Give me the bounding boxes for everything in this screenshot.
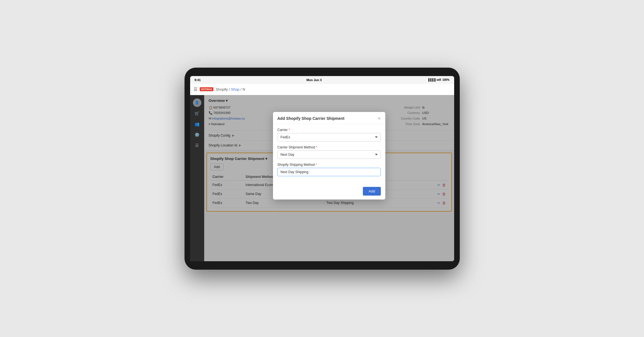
avatar[interactable]: 👤: [193, 98, 201, 107]
sidebar-icon-list[interactable]: ☰: [193, 141, 201, 150]
shipment-method-form-group: Carrier Shipment Method * Next Day Same …: [277, 145, 381, 159]
modal-overlay: Add Shopify Shop Carrier Shipment × Carr…: [204, 95, 454, 261]
shipment-method-required: *: [316, 145, 317, 149]
modal-close-button[interactable]: ×: [378, 116, 381, 121]
status-icons: ▐▐▐▐ wifi 100%: [427, 78, 450, 81]
modal-footer: Add: [273, 184, 385, 200]
modal-title: Add Shopify Shop Carrier Shipment: [277, 116, 345, 121]
tablet-shell: 9:41 Mon Jun 3 ▐▐▐▐ wifi 100% ☰ HOTWAX S…: [185, 68, 460, 270]
sidebar: 👤 🛒 👥 ⚙️ ☰: [190, 95, 204, 261]
hamburger-icon[interactable]: ☰: [194, 87, 197, 92]
shipment-method-label: Carrier Shipment Method *: [277, 145, 381, 149]
signal-icon: ▐▐▐▐: [427, 78, 435, 81]
shopify-shipping-form-group: Shopify Shipping Method *: [277, 163, 381, 176]
carrier-required: *: [289, 128, 290, 132]
carrier-form-group: Carrier * FedEx UPS USPS DHL: [277, 128, 381, 141]
modal-add-button[interactable]: Add: [363, 187, 381, 196]
wifi-icon: wifi: [436, 78, 441, 81]
app-navbar: ☰ HOTWAX Shopify / Shop / N: [190, 84, 454, 95]
app-logo: HOTWAX: [200, 87, 214, 91]
status-bar: 9:41 Mon Jun 3 ▐▐▐▐ wifi 100%: [190, 76, 454, 84]
battery-icon: 100%: [442, 78, 450, 81]
content-area: Overview ▾ 📋 6973849727 📞 7828341900 ✉ i…: [204, 95, 454, 261]
breadcrumb-shop[interactable]: Shop: [231, 87, 239, 91]
breadcrumb: Shopify / Shop / N: [216, 87, 245, 91]
status-time: 9:41: [195, 78, 201, 82]
modal-body: Carrier * FedEx UPS USPS DHL: [273, 124, 385, 184]
sidebar-icon-cart[interactable]: 🛒: [193, 109, 201, 118]
sidebar-icon-users[interactable]: 👥: [193, 120, 201, 128]
breadcrumb-shopify: Shopify: [216, 87, 228, 91]
shopify-shipping-label: Shopify Shipping Method *: [277, 163, 381, 167]
sidebar-icon-settings[interactable]: ⚙️: [193, 130, 201, 139]
modal-header: Add Shopify Shop Carrier Shipment ×: [273, 112, 385, 124]
shopify-shipping-input[interactable]: [277, 168, 381, 176]
shipment-method-select[interactable]: Next Day Same Day Two Day International …: [277, 150, 381, 159]
status-date: Mon Jun 3: [306, 78, 322, 82]
tablet-screen: 9:41 Mon Jun 3 ▐▐▐▐ wifi 100% ☰ HOTWAX S…: [190, 76, 454, 261]
carrier-label: Carrier *: [277, 128, 381, 132]
shopify-shipping-required: *: [316, 163, 317, 167]
modal-dialog: Add Shopify Shop Carrier Shipment × Carr…: [273, 112, 385, 200]
carrier-select[interactable]: FedEx UPS USPS DHL: [277, 133, 381, 141]
breadcrumb-n: N: [242, 87, 245, 91]
main-layout: 👤 🛒 👥 ⚙️ ☰ Overview ▾ 📋 6973849727: [190, 95, 454, 261]
